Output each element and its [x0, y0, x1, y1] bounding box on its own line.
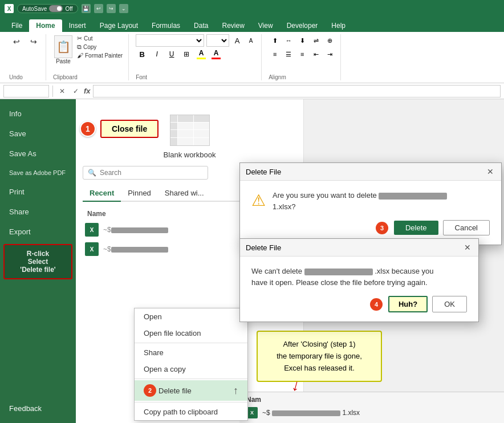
step1-area: 1 Close file — [80, 120, 158, 138]
tab-page-layout[interactable]: Page Layout — [93, 19, 145, 32]
align-left-button[interactable]: ≡ — [269, 48, 281, 60]
align-right-button[interactable]: ≡ — [296, 48, 308, 60]
name-box[interactable] — [3, 85, 49, 97]
blank-workbook-label: Blank workbook — [90, 151, 290, 159]
indent-more-button[interactable]: ⇥ — [323, 48, 336, 60]
font-size-dropdown[interactable] — [206, 34, 229, 47]
ctx-open[interactable]: Open — [135, 308, 247, 325]
dialog1-cancel-button[interactable]: Cancel — [443, 220, 490, 235]
ribbon-group-clipboard: 📋 Paste ✂ Cut ⧉ Copy 🖌 Format Painter Cl… — [48, 34, 129, 80]
font-color-button[interactable]: A — [210, 49, 222, 59]
bottom-file-suffix: 1.xlsx — [342, 409, 360, 417]
autosave-badge[interactable]: AutoSave Off — [17, 4, 78, 13]
tab-developer[interactable]: Developer — [280, 19, 325, 32]
tab-formulas[interactable]: Formulas — [145, 19, 187, 32]
tab-insert[interactable]: Insert — [62, 19, 93, 32]
dialog2-fileext: .xlsx because you — [375, 267, 433, 275]
format-painter-item[interactable]: 🖌 Format Painter — [76, 51, 124, 59]
file-icon-2: X — [85, 242, 99, 256]
bold-button[interactable]: B — [136, 48, 148, 60]
align-top-button[interactable]: ⬆ — [269, 34, 281, 47]
merge-button[interactable]: ⊕ — [323, 34, 336, 47]
wrap-text-button[interactable]: ⇌ — [310, 34, 322, 47]
search-box: 🔍 — [83, 166, 208, 180]
font-grow-button[interactable]: A — [231, 35, 243, 46]
tab-home[interactable]: Home — [29, 19, 62, 32]
ctx-copy-path[interactable]: Copy path to clipboard — [135, 404, 247, 420]
sidebar-feedback[interactable]: Feedback — [0, 398, 76, 418]
formula-confirm-button[interactable]: ✓ — [70, 86, 82, 97]
dialog1-fileext: 1.xlsx? — [273, 202, 295, 211]
ctx-open-location[interactable]: Open file location — [135, 325, 247, 341]
bottom-file-header: Nam — [244, 394, 499, 405]
search-input[interactable] — [100, 169, 203, 177]
tab-view[interactable]: View — [251, 19, 280, 32]
ctx-share[interactable]: Share — [135, 344, 247, 361]
dialog1-close-button[interactable]: ✕ — [485, 166, 495, 177]
dialog2-huh-button[interactable]: Huh? — [388, 296, 428, 312]
ctx-open-copy[interactable]: Open a copy — [135, 361, 247, 377]
ctx-delete-file[interactable]: 2 Delete file ↑ — [135, 380, 247, 401]
wb-row1 — [170, 123, 177, 130]
undo-icon: ↩ — [10, 35, 23, 48]
dialog1-text: Are you sure you want to delete 1.xlsx? — [273, 190, 466, 212]
wb-row2 — [170, 130, 177, 137]
ctx-separator — [135, 343, 247, 343]
font-name-dropdown[interactable] — [136, 34, 204, 47]
border-button[interactable]: ⊞ — [180, 48, 193, 60]
dialog2-buttons: 4 Huh? OK — [251, 296, 467, 312]
ctx-separator3 — [135, 402, 247, 402]
tab-shared[interactable]: Shared wi... — [158, 185, 211, 201]
tab-help[interactable]: Help — [324, 19, 352, 32]
dialog2-ok-button[interactable]: OK — [432, 296, 467, 312]
dialog1-body: ⚠ Are you sure you want to delete 1.xlsx… — [240, 181, 501, 245]
dialog2-message2: have it open. Please close the file befo… — [251, 278, 428, 287]
tab-recent[interactable]: Recent — [83, 185, 121, 202]
formula-input[interactable] — [93, 85, 501, 97]
copy-item[interactable]: ⧉ Copy — [76, 43, 124, 51]
autosave-toggle[interactable] — [49, 5, 63, 12]
cut-item[interactable]: ✂ Cut — [76, 34, 124, 43]
sidebar-item-save-adobe[interactable]: Save as Adobe PDF — [0, 164, 76, 182]
align-bottom-button[interactable]: ⬇ — [296, 34, 308, 47]
redo-quick-icon[interactable]: ↪ — [107, 4, 116, 13]
dialog2-close-button[interactable]: ✕ — [462, 242, 473, 253]
feedback-label: Feedback — [9, 404, 42, 413]
tab-pinned[interactable]: Pinned — [121, 185, 157, 201]
formula-cancel-button[interactable]: ✕ — [56, 86, 68, 97]
dialog1-delete-button[interactable]: Delete — [394, 221, 438, 235]
sidebar-item-info[interactable]: Info — [0, 104, 76, 124]
highlight-color-button[interactable]: A — [195, 49, 208, 59]
sidebar-item-save[interactable]: Save — [0, 124, 76, 144]
paste-button[interactable]: 📋 Paste — [53, 34, 74, 66]
ribbon-group-alignment: ⬆ ↔ ⬇ ⇌ ⊕ ≡ ☰ ≡ ⇤ ⇥ Alignm — [264, 34, 341, 80]
fx-label: fx — [84, 87, 91, 95]
undo-quick-icon[interactable]: ↩ — [94, 4, 103, 13]
save-icon[interactable]: 💾 — [82, 4, 91, 13]
close-file-button[interactable]: Close file — [100, 120, 158, 138]
italic-button[interactable]: I — [151, 48, 163, 60]
sidebar-rclick-hint: R-click Select 'Delete file' — [3, 244, 72, 279]
highlight-color-bar — [197, 58, 206, 59]
align-center-button[interactable]: ☰ — [282, 48, 295, 60]
align-middle-button[interactable]: ↔ — [282, 34, 295, 47]
redo-button[interactable]: ↪ — [26, 34, 41, 49]
underline-button[interactable]: U — [165, 48, 178, 60]
sidebar-item-save-as[interactable]: Save As — [0, 144, 76, 164]
sidebar-item-export[interactable]: Export — [0, 222, 76, 242]
bottom-file-item[interactable]: X ~$ 1.xlsx — [244, 405, 499, 421]
indent-less-button[interactable]: ⇤ — [310, 48, 322, 60]
file-icon-1: X — [85, 223, 99, 237]
workbook-grid — [170, 115, 210, 146]
sidebar-item-print[interactable]: Print — [0, 182, 76, 202]
more-quick-icon[interactable]: ⌄ — [119, 4, 128, 13]
tab-review[interactable]: Review — [215, 19, 251, 32]
font-shrink-button[interactable]: A — [245, 35, 257, 46]
tab-file[interactable]: File — [5, 19, 29, 32]
autosave-state: Off — [65, 6, 72, 12]
dialog1-message: Are you sure you want to delete — [273, 191, 379, 200]
excel-icon: X — [5, 4, 14, 13]
undo-button[interactable]: ↩ — [9, 34, 24, 49]
sidebar-item-share[interactable]: Share — [0, 202, 76, 222]
tab-data[interactable]: Data — [187, 19, 215, 32]
